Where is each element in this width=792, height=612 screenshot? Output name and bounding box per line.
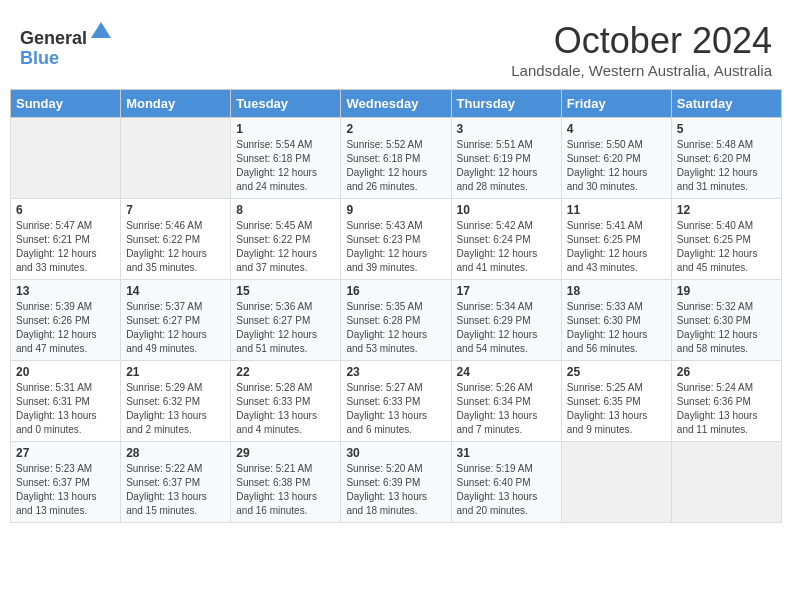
title-block: October 2024 Landsdale, Western Australi… [511, 20, 772, 79]
day-number: 14 [126, 284, 225, 298]
week-row-4: 20Sunrise: 5:31 AM Sunset: 6:31 PM Dayli… [11, 361, 782, 442]
calendar-cell: 11Sunrise: 5:41 AM Sunset: 6:25 PM Dayli… [561, 199, 671, 280]
calendar-cell [671, 442, 781, 523]
calendar-cell: 7Sunrise: 5:46 AM Sunset: 6:22 PM Daylig… [121, 199, 231, 280]
week-row-3: 13Sunrise: 5:39 AM Sunset: 6:26 PM Dayli… [11, 280, 782, 361]
calendar-cell: 13Sunrise: 5:39 AM Sunset: 6:26 PM Dayli… [11, 280, 121, 361]
day-number: 28 [126, 446, 225, 460]
day-number: 24 [457, 365, 556, 379]
day-number: 31 [457, 446, 556, 460]
day-number: 27 [16, 446, 115, 460]
calendar-cell [561, 442, 671, 523]
calendar-cell: 8Sunrise: 5:45 AM Sunset: 6:22 PM Daylig… [231, 199, 341, 280]
calendar-table: SundayMondayTuesdayWednesdayThursdayFrid… [10, 89, 782, 523]
day-info: Sunrise: 5:48 AM Sunset: 6:20 PM Dayligh… [677, 138, 776, 194]
calendar-cell: 23Sunrise: 5:27 AM Sunset: 6:33 PM Dayli… [341, 361, 451, 442]
day-info: Sunrise: 5:19 AM Sunset: 6:40 PM Dayligh… [457, 462, 556, 518]
calendar-cell: 20Sunrise: 5:31 AM Sunset: 6:31 PM Dayli… [11, 361, 121, 442]
day-number: 5 [677, 122, 776, 136]
calendar-cell: 2Sunrise: 5:52 AM Sunset: 6:18 PM Daylig… [341, 118, 451, 199]
calendar-header-row: SundayMondayTuesdayWednesdayThursdayFrid… [11, 90, 782, 118]
day-info: Sunrise: 5:31 AM Sunset: 6:31 PM Dayligh… [16, 381, 115, 437]
week-row-2: 6Sunrise: 5:47 AM Sunset: 6:21 PM Daylig… [11, 199, 782, 280]
day-number: 30 [346, 446, 445, 460]
day-number: 12 [677, 203, 776, 217]
day-info: Sunrise: 5:47 AM Sunset: 6:21 PM Dayligh… [16, 219, 115, 275]
day-number: 19 [677, 284, 776, 298]
calendar-cell: 18Sunrise: 5:33 AM Sunset: 6:30 PM Dayli… [561, 280, 671, 361]
day-number: 2 [346, 122, 445, 136]
calendar-cell: 25Sunrise: 5:25 AM Sunset: 6:35 PM Dayli… [561, 361, 671, 442]
calendar-cell: 10Sunrise: 5:42 AM Sunset: 6:24 PM Dayli… [451, 199, 561, 280]
day-number: 20 [16, 365, 115, 379]
calendar-cell: 3Sunrise: 5:51 AM Sunset: 6:19 PM Daylig… [451, 118, 561, 199]
day-info: Sunrise: 5:32 AM Sunset: 6:30 PM Dayligh… [677, 300, 776, 356]
calendar-cell: 19Sunrise: 5:32 AM Sunset: 6:30 PM Dayli… [671, 280, 781, 361]
calendar-cell [121, 118, 231, 199]
day-info: Sunrise: 5:45 AM Sunset: 6:22 PM Dayligh… [236, 219, 335, 275]
day-info: Sunrise: 5:39 AM Sunset: 6:26 PM Dayligh… [16, 300, 115, 356]
logo-blue: Blue [20, 48, 59, 68]
calendar-cell: 28Sunrise: 5:22 AM Sunset: 6:37 PM Dayli… [121, 442, 231, 523]
day-number: 18 [567, 284, 666, 298]
day-number: 11 [567, 203, 666, 217]
day-number: 17 [457, 284, 556, 298]
day-info: Sunrise: 5:28 AM Sunset: 6:33 PM Dayligh… [236, 381, 335, 437]
calendar-cell: 5Sunrise: 5:48 AM Sunset: 6:20 PM Daylig… [671, 118, 781, 199]
day-number: 29 [236, 446, 335, 460]
calendar-cell: 29Sunrise: 5:21 AM Sunset: 6:38 PM Dayli… [231, 442, 341, 523]
week-row-1: 1Sunrise: 5:54 AM Sunset: 6:18 PM Daylig… [11, 118, 782, 199]
calendar-cell: 17Sunrise: 5:34 AM Sunset: 6:29 PM Dayli… [451, 280, 561, 361]
day-info: Sunrise: 5:51 AM Sunset: 6:19 PM Dayligh… [457, 138, 556, 194]
day-number: 7 [126, 203, 225, 217]
logo-icon [89, 20, 113, 44]
day-header-thursday: Thursday [451, 90, 561, 118]
day-number: 15 [236, 284, 335, 298]
day-info: Sunrise: 5:40 AM Sunset: 6:25 PM Dayligh… [677, 219, 776, 275]
calendar-cell: 27Sunrise: 5:23 AM Sunset: 6:37 PM Dayli… [11, 442, 121, 523]
day-info: Sunrise: 5:20 AM Sunset: 6:39 PM Dayligh… [346, 462, 445, 518]
calendar-cell: 21Sunrise: 5:29 AM Sunset: 6:32 PM Dayli… [121, 361, 231, 442]
calendar-cell: 24Sunrise: 5:26 AM Sunset: 6:34 PM Dayli… [451, 361, 561, 442]
page-header: General Blue October 2024 Landsdale, Wes… [10, 10, 782, 84]
calendar-cell: 31Sunrise: 5:19 AM Sunset: 6:40 PM Dayli… [451, 442, 561, 523]
day-info: Sunrise: 5:29 AM Sunset: 6:32 PM Dayligh… [126, 381, 225, 437]
week-row-5: 27Sunrise: 5:23 AM Sunset: 6:37 PM Dayli… [11, 442, 782, 523]
logo: General Blue [20, 20, 113, 69]
day-info: Sunrise: 5:36 AM Sunset: 6:27 PM Dayligh… [236, 300, 335, 356]
day-info: Sunrise: 5:50 AM Sunset: 6:20 PM Dayligh… [567, 138, 666, 194]
day-number: 4 [567, 122, 666, 136]
day-number: 25 [567, 365, 666, 379]
calendar-cell [11, 118, 121, 199]
calendar-cell: 26Sunrise: 5:24 AM Sunset: 6:36 PM Dayli… [671, 361, 781, 442]
day-info: Sunrise: 5:35 AM Sunset: 6:28 PM Dayligh… [346, 300, 445, 356]
calendar-cell: 14Sunrise: 5:37 AM Sunset: 6:27 PM Dayli… [121, 280, 231, 361]
day-info: Sunrise: 5:52 AM Sunset: 6:18 PM Dayligh… [346, 138, 445, 194]
calendar-cell: 4Sunrise: 5:50 AM Sunset: 6:20 PM Daylig… [561, 118, 671, 199]
day-header-wednesday: Wednesday [341, 90, 451, 118]
day-info: Sunrise: 5:43 AM Sunset: 6:23 PM Dayligh… [346, 219, 445, 275]
day-info: Sunrise: 5:26 AM Sunset: 6:34 PM Dayligh… [457, 381, 556, 437]
day-info: Sunrise: 5:23 AM Sunset: 6:37 PM Dayligh… [16, 462, 115, 518]
calendar-cell: 12Sunrise: 5:40 AM Sunset: 6:25 PM Dayli… [671, 199, 781, 280]
day-info: Sunrise: 5:22 AM Sunset: 6:37 PM Dayligh… [126, 462, 225, 518]
svg-marker-0 [91, 22, 111, 38]
day-info: Sunrise: 5:34 AM Sunset: 6:29 PM Dayligh… [457, 300, 556, 356]
calendar-cell: 15Sunrise: 5:36 AM Sunset: 6:27 PM Dayli… [231, 280, 341, 361]
day-number: 1 [236, 122, 335, 136]
day-info: Sunrise: 5:42 AM Sunset: 6:24 PM Dayligh… [457, 219, 556, 275]
day-number: 26 [677, 365, 776, 379]
day-header-saturday: Saturday [671, 90, 781, 118]
calendar-cell: 30Sunrise: 5:20 AM Sunset: 6:39 PM Dayli… [341, 442, 451, 523]
calendar-title: October 2024 [511, 20, 772, 62]
calendar-cell: 16Sunrise: 5:35 AM Sunset: 6:28 PM Dayli… [341, 280, 451, 361]
day-number: 22 [236, 365, 335, 379]
day-number: 8 [236, 203, 335, 217]
calendar-cell: 1Sunrise: 5:54 AM Sunset: 6:18 PM Daylig… [231, 118, 341, 199]
day-info: Sunrise: 5:37 AM Sunset: 6:27 PM Dayligh… [126, 300, 225, 356]
day-info: Sunrise: 5:25 AM Sunset: 6:35 PM Dayligh… [567, 381, 666, 437]
day-number: 16 [346, 284, 445, 298]
calendar-cell: 9Sunrise: 5:43 AM Sunset: 6:23 PM Daylig… [341, 199, 451, 280]
calendar-cell: 22Sunrise: 5:28 AM Sunset: 6:33 PM Dayli… [231, 361, 341, 442]
day-number: 21 [126, 365, 225, 379]
